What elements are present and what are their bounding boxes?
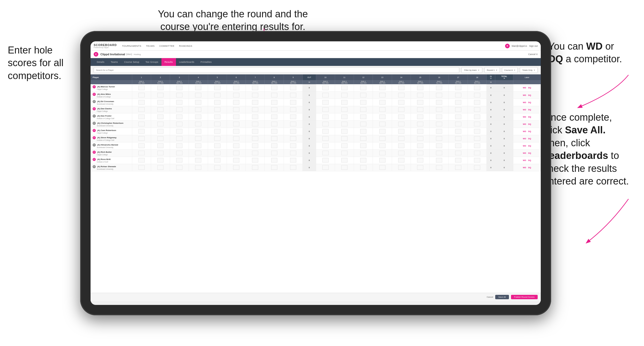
hole-11-score[interactable] [335,106,354,113]
hole-2-input[interactable] [157,165,164,170]
hole-12-input[interactable] [360,158,366,163]
hole-1-score[interactable] [132,164,151,171]
hole-10-input[interactable] [322,93,329,97]
wd-button[interactable]: WD [522,130,527,133]
wd-button[interactable]: WD [522,159,527,162]
hole-13-input[interactable] [379,100,386,105]
cancel-button-header[interactable]: Cancel X [528,53,538,56]
hole-16-input[interactable] [436,86,442,90]
hole-18-score[interactable] [468,157,486,164]
hole-7-score[interactable] [246,142,265,149]
dq-button[interactable]: DQ [527,123,532,126]
hole-11-input[interactable] [341,143,347,148]
hole-9-input[interactable] [290,129,296,134]
tab-results[interactable]: Results [161,58,176,66]
hole-1-score[interactable] [132,157,151,164]
hole-8-input[interactable] [271,165,277,170]
hole-12-input[interactable] [360,93,366,97]
hole-6-input[interactable] [233,114,239,119]
hole-13-input[interactable] [379,86,386,90]
hole-5-input[interactable] [214,158,220,163]
hole-2-score[interactable] [151,157,170,164]
hole-9-score[interactable] [284,120,302,128]
hole-10-input[interactable] [322,86,329,90]
hole-10-input[interactable] [322,100,329,105]
hole-4-score[interactable] [189,120,208,128]
hole-6-score[interactable] [227,99,246,106]
hole-1-score[interactable] [132,149,151,157]
hole-3-score[interactable] [170,99,189,106]
hole-18-score[interactable] [468,106,486,113]
hole-8-input[interactable] [271,143,277,148]
tab-tee-groups[interactable]: Tee Groups [142,58,161,66]
hole-6-score[interactable] [227,157,246,164]
hole-16-score[interactable] [430,99,449,106]
hole-14-input[interactable] [398,165,404,170]
hole-7-input[interactable] [252,151,258,155]
hole-17-score[interactable] [449,91,468,99]
hole-14-score[interactable] [392,149,411,157]
hole-17-input[interactable] [455,136,461,141]
hole-2-score[interactable] [151,142,170,149]
hole-12-input[interactable] [360,114,366,119]
hole-15-input[interactable] [417,151,423,155]
hole-18-input[interactable] [474,122,480,126]
hole-17-input[interactable] [455,165,461,170]
hole-2-score[interactable] [151,106,170,113]
wd-button[interactable]: WD [522,123,527,126]
hole-4-input[interactable] [195,93,201,97]
hole-2-score[interactable] [151,91,170,99]
hole-1-input[interactable] [138,86,145,90]
hole-13-score[interactable] [373,113,392,120]
hole-13-score[interactable] [373,149,392,157]
dq-button[interactable]: DQ [527,159,532,162]
hole-14-input[interactable] [398,93,404,97]
hole-5-input[interactable] [214,151,220,155]
hole-11-score[interactable] [335,157,354,164]
hole-16-input[interactable] [436,122,442,126]
wd-button[interactable]: WD [522,144,527,147]
hole-6-input[interactable] [233,129,239,134]
hole-9-score[interactable] [284,149,302,157]
hole-18-input[interactable] [474,151,480,155]
hole-13-score[interactable] [373,99,392,106]
hole-10-score[interactable] [316,157,335,164]
hole-5-input[interactable] [214,143,220,148]
hole-4-input[interactable] [195,136,201,141]
hole-1-score[interactable] [132,120,151,128]
hole-17-input[interactable] [455,86,461,90]
hole-10-input[interactable] [322,136,329,141]
wd-button[interactable]: WD [522,166,527,169]
hole-8-input[interactable] [271,129,277,134]
hole-10-score[interactable] [316,135,335,142]
hole-16-input[interactable] [436,165,442,170]
tab-leaderboards[interactable]: Leaderboards [176,58,197,66]
hole-18-input[interactable] [474,86,480,90]
hole-16-score[interactable] [430,142,449,149]
hole-4-score[interactable] [189,128,208,135]
hole-15-score[interactable] [411,91,430,99]
hole-2-input[interactable] [157,151,164,155]
hole-5-input[interactable] [214,86,220,90]
hole-4-input[interactable] [195,158,201,163]
hole-7-score[interactable] [246,84,265,91]
hole-11-input[interactable] [341,129,347,134]
dq-button[interactable]: DQ [527,152,532,155]
hole-6-score[interactable] [227,91,246,99]
hole-7-score[interactable] [246,91,265,99]
hole-16-score[interactable] [430,84,449,91]
tab-details[interactable]: Details [94,58,108,66]
hole-15-score[interactable] [411,135,430,142]
hole-6-input[interactable] [233,158,239,163]
hole-6-input[interactable] [233,107,239,112]
hole-11-input[interactable] [341,158,347,163]
hole-18-score[interactable] [468,120,486,128]
hole-4-input[interactable] [195,114,201,119]
hole-17-score[interactable] [449,120,468,128]
hole-13-input[interactable] [379,158,386,163]
hole-11-input[interactable] [341,86,347,90]
hole-9-input[interactable] [290,122,296,126]
cancel-button[interactable]: Cancel [487,296,493,298]
hole-11-score[interactable] [335,128,354,135]
hole-14-input[interactable] [398,158,404,163]
